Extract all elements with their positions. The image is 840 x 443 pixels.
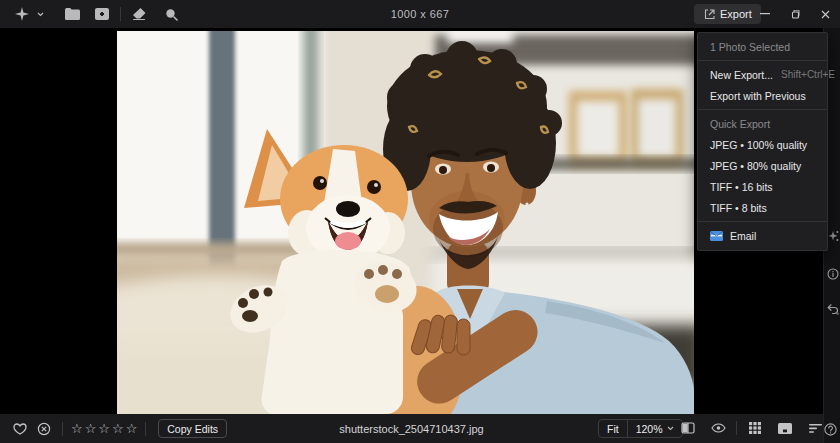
- menu-item-jpeg-80[interactable]: JPEG • 80% quality: [698, 155, 827, 176]
- bottombar-divider: [62, 422, 63, 436]
- window-controls: [750, 0, 840, 28]
- help-icon[interactable]: [823, 422, 837, 436]
- zoom-level-label: 120%: [636, 423, 663, 435]
- menu-divider: [698, 221, 827, 222]
- bottom-toolbar: ☆ ☆ ☆ ☆ ☆ Copy Edits shutterstock_250471…: [0, 414, 823, 443]
- fit-button-label: Fit: [607, 423, 619, 435]
- maximize-button[interactable]: [780, 0, 810, 28]
- star-rating[interactable]: ☆ ☆ ☆ ☆ ☆: [71, 422, 137, 435]
- menu-item-tiff-8[interactable]: TIFF • 8 bits: [698, 197, 827, 218]
- close-button[interactable]: [810, 0, 840, 28]
- minimize-button[interactable]: [750, 0, 780, 28]
- reject-icon[interactable]: [32, 417, 56, 441]
- top-toolbar: 1000 x 667 Export: [0, 0, 840, 28]
- fit-button[interactable]: Fit: [599, 420, 627, 437]
- chevron-down-icon[interactable]: [34, 2, 46, 26]
- erase-icon[interactable]: [127, 2, 151, 26]
- star-rating-icon[interactable]: ☆: [126, 422, 138, 435]
- copy-edits-button[interactable]: Copy Edits: [158, 419, 227, 438]
- zoom-controls: Fit 120%: [598, 419, 683, 438]
- menu-item-label: JPEG • 80% quality: [710, 160, 801, 172]
- star-rating-icon[interactable]: ☆: [71, 422, 83, 435]
- favorite-heart-icon[interactable]: [8, 417, 32, 441]
- info-icon[interactable]: [825, 266, 840, 281]
- filmstrip-view-icon[interactable]: [773, 416, 797, 440]
- chevron-down-icon: [667, 426, 674, 431]
- photo[interactable]: [117, 31, 694, 414]
- menu-item-label: Email: [730, 230, 756, 242]
- export-button-label: Export: [720, 8, 752, 20]
- view-controls: [676, 416, 827, 440]
- before-after-icon[interactable]: [676, 416, 700, 440]
- photo-editor-window: 1000 x 667 Export: [0, 0, 840, 443]
- zoom-level-dropdown[interactable]: 120%: [628, 420, 682, 437]
- star-rating-icon[interactable]: ☆: [85, 422, 97, 435]
- menu-item-export-with-previous[interactable]: Export with Previous: [698, 85, 827, 106]
- menu-item-label: Export with Previous: [710, 90, 806, 102]
- menu-item-label: TIFF • 16 bits: [710, 181, 773, 193]
- undo-history-icon[interactable]: [825, 301, 840, 316]
- zoom-tool-icon[interactable]: [159, 2, 183, 26]
- menu-item-email[interactable]: Email: [698, 225, 827, 246]
- preview-eye-icon[interactable]: [706, 416, 730, 440]
- menu-divider: [698, 109, 827, 110]
- export-menu-selected-count: 1 Photo Selected: [698, 36, 827, 57]
- menu-item-jpeg-100[interactable]: JPEG • 100% quality: [698, 134, 827, 155]
- quick-export-header: Quick Export: [698, 113, 827, 134]
- grid-view-icon[interactable]: [743, 416, 767, 440]
- export-menu: 1 Photo Selected New Export... Shift+Ctr…: [697, 32, 828, 251]
- email-icon: [710, 231, 723, 241]
- toolbar-divider: [120, 7, 121, 21]
- bottombar-divider: [736, 421, 737, 435]
- folder-icon[interactable]: [60, 2, 84, 26]
- menu-item-tiff-16[interactable]: TIFF • 16 bits: [698, 176, 827, 197]
- ai-enhance-icon[interactable]: [10, 2, 34, 26]
- menu-item-label: JPEG • 100% quality: [710, 139, 807, 151]
- shortcut-label: Shift+Ctrl+E: [781, 69, 835, 80]
- menu-item-label: New Export...: [710, 69, 773, 81]
- star-rating-icon[interactable]: ☆: [98, 422, 110, 435]
- menu-item-new-export[interactable]: New Export... Shift+Ctrl+E: [698, 64, 827, 85]
- add-photos-icon[interactable]: [90, 2, 114, 26]
- star-rating-icon[interactable]: ☆: [112, 422, 124, 435]
- photo-illustration: [117, 31, 694, 414]
- menu-item-label: TIFF • 8 bits: [710, 202, 767, 214]
- menu-divider: [698, 60, 827, 61]
- export-icon: [703, 8, 715, 20]
- bottombar-divider: [145, 422, 146, 436]
